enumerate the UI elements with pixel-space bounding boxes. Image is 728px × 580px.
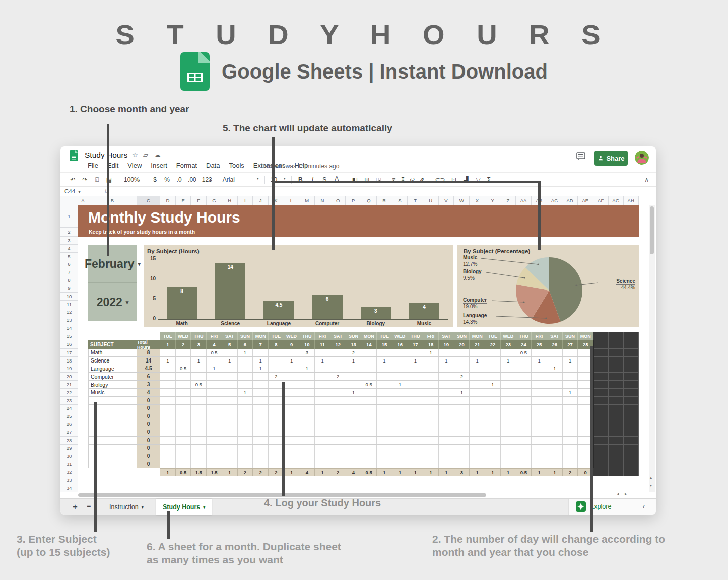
column-header-J[interactable]: J: [253, 196, 269, 205]
hours-cell[interactable]: [547, 460, 563, 468]
day-name-cell[interactable]: WED: [392, 332, 408, 340]
total-hours-cell[interactable]: 0: [137, 445, 160, 452]
column-header-Y[interactable]: Y: [485, 196, 501, 205]
hours-cell[interactable]: [222, 381, 238, 388]
daily-total-cell[interactable]: 1: [423, 468, 439, 476]
hours-cell[interactable]: [501, 397, 516, 404]
move-folder-icon[interactable]: ▱: [143, 151, 148, 159]
hours-cell[interactable]: 1: [563, 389, 578, 396]
hours-cell[interactable]: [346, 452, 362, 460]
hours-cell[interactable]: [315, 437, 330, 444]
hours-cell[interactable]: 1: [563, 357, 578, 365]
hours-cell[interactable]: [377, 389, 392, 396]
hours-cell[interactable]: [176, 349, 191, 356]
hours-cell[interactable]: [532, 460, 547, 468]
column-header-AH[interactable]: AH: [624, 196, 639, 205]
hours-cell[interactable]: [284, 405, 300, 412]
row-header-24[interactable]: 24: [60, 405, 78, 413]
hours-cell[interactable]: [361, 389, 377, 396]
hours-cell[interactable]: [269, 349, 284, 356]
hours-cell[interactable]: [253, 381, 269, 388]
hours-cell[interactable]: [191, 397, 207, 404]
hours-cell[interactable]: [408, 452, 424, 460]
hours-cell[interactable]: [377, 460, 392, 468]
scrollbar-thumb[interactable]: [650, 206, 654, 254]
total-hours-cell[interactable]: 0: [137, 412, 160, 420]
share-button[interactable]: Share: [594, 151, 628, 166]
hours-cell[interactable]: [176, 412, 191, 420]
hours-cell[interactable]: 1: [238, 349, 253, 356]
hours-cell[interactable]: [207, 460, 222, 468]
hours-cell[interactable]: [315, 428, 330, 436]
day-name-cell[interactable]: THU: [516, 332, 532, 340]
hours-cell[interactable]: [361, 452, 377, 460]
hours-cell[interactable]: [207, 405, 222, 412]
hours-cell[interactable]: [253, 420, 269, 428]
hours-cell[interactable]: [299, 460, 315, 468]
hours-cell[interactable]: [361, 365, 377, 373]
day-number-cell[interactable]: 13: [346, 340, 362, 349]
hours-cell[interactable]: [563, 349, 578, 356]
row-header-23[interactable]: 23: [60, 397, 78, 405]
day-name-cell[interactable]: SUN: [563, 332, 578, 340]
hours-cell[interactable]: [315, 412, 330, 420]
hours-cell[interactable]: [516, 428, 532, 436]
hours-cell[interactable]: [346, 412, 362, 420]
day-name-cell[interactable]: MON: [470, 332, 485, 340]
row-header-14[interactable]: 14: [60, 324, 78, 332]
hours-cell[interactable]: [238, 460, 253, 468]
hours-cell[interactable]: [238, 357, 253, 365]
hours-cell[interactable]: [501, 389, 516, 396]
hours-cell[interactable]: [408, 437, 424, 444]
hours-cell[interactable]: [346, 381, 362, 388]
hours-cell[interactable]: [408, 428, 424, 436]
hours-cell[interactable]: [299, 412, 315, 420]
hours-cell[interactable]: 1: [532, 357, 547, 365]
daily-total-cell[interactable]: 1: [284, 468, 300, 476]
hours-cell[interactable]: [346, 445, 362, 452]
hours-cell[interactable]: [439, 445, 454, 452]
hours-cell[interactable]: [160, 452, 176, 460]
hours-cell[interactable]: [423, 445, 439, 452]
hours-cell[interactable]: [439, 405, 454, 412]
hours-cell[interactable]: [222, 445, 238, 452]
hours-cell[interactable]: [299, 452, 315, 460]
hours-cell[interactable]: [439, 397, 454, 404]
hours-cell[interactable]: [299, 397, 315, 404]
hours-cell[interactable]: [222, 405, 238, 412]
row-header-26[interactable]: 26: [60, 420, 78, 428]
hours-cell[interactable]: [253, 397, 269, 404]
hours-cell[interactable]: [439, 420, 454, 428]
more-formats-button[interactable]: 123▾: [202, 176, 211, 183]
hours-cell[interactable]: [346, 373, 362, 380]
hours-cell[interactable]: [284, 412, 300, 420]
hours-cell[interactable]: 0.5: [191, 381, 207, 388]
hours-cell[interactable]: [299, 381, 315, 388]
hours-cell[interactable]: [392, 357, 408, 365]
day-number-cell[interactable]: 6: [238, 340, 253, 349]
hours-cell[interactable]: [222, 437, 238, 444]
hours-cell[interactable]: [501, 437, 516, 444]
hours-cell[interactable]: [361, 357, 377, 365]
daily-total-cell[interactable]: 2: [253, 468, 269, 476]
select-all-corner[interactable]: [60, 196, 78, 205]
daily-total-cell[interactable]: 1: [160, 468, 176, 476]
day-number-cell[interactable]: 8: [269, 340, 284, 349]
day-number-cell[interactable]: 18: [423, 340, 439, 349]
hours-cell[interactable]: [392, 452, 408, 460]
day-number-cell[interactable]: 27: [563, 340, 578, 349]
hours-cell[interactable]: [532, 405, 547, 412]
hours-cell[interactable]: [377, 365, 392, 373]
hours-cell[interactable]: [377, 381, 392, 388]
hours-cell[interactable]: [361, 373, 377, 380]
day-number-cell[interactable]: 23: [501, 340, 516, 349]
hours-cell[interactable]: [470, 420, 485, 428]
hours-cell[interactable]: [330, 412, 346, 420]
hours-cell[interactable]: [516, 405, 532, 412]
hours-cell[interactable]: [485, 452, 501, 460]
hours-cell[interactable]: 1: [299, 365, 315, 373]
hours-cell[interactable]: [238, 397, 253, 404]
hours-cell[interactable]: [470, 389, 485, 396]
hours-cell[interactable]: [563, 405, 578, 412]
row-header-17[interactable]: 17: [60, 349, 78, 357]
